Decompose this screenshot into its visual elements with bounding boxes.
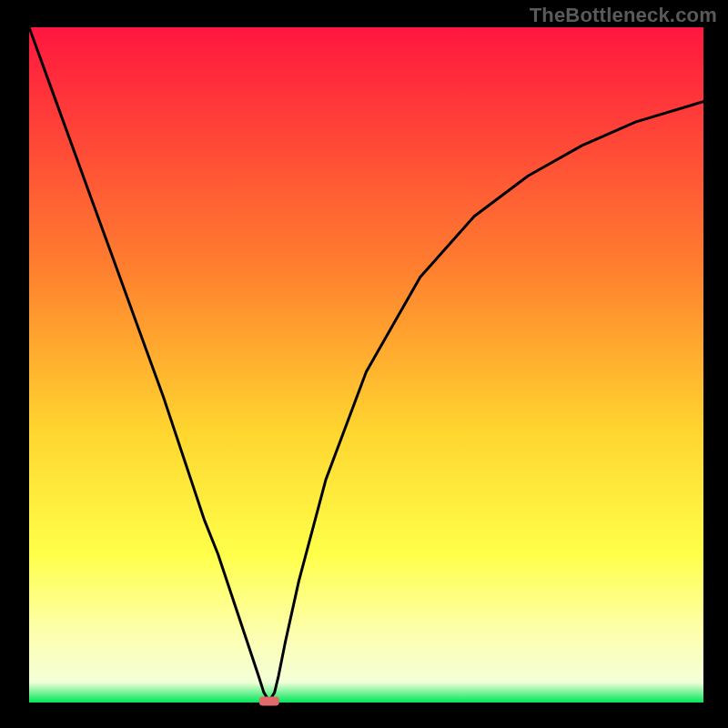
plot-background bbox=[29, 27, 703, 703]
watermark-text: TheBottleneck.com bbox=[530, 4, 717, 27]
chart-frame: TheBottleneck.com bbox=[0, 0, 728, 728]
min-marker bbox=[259, 697, 279, 706]
bottleneck-chart bbox=[0, 0, 728, 728]
